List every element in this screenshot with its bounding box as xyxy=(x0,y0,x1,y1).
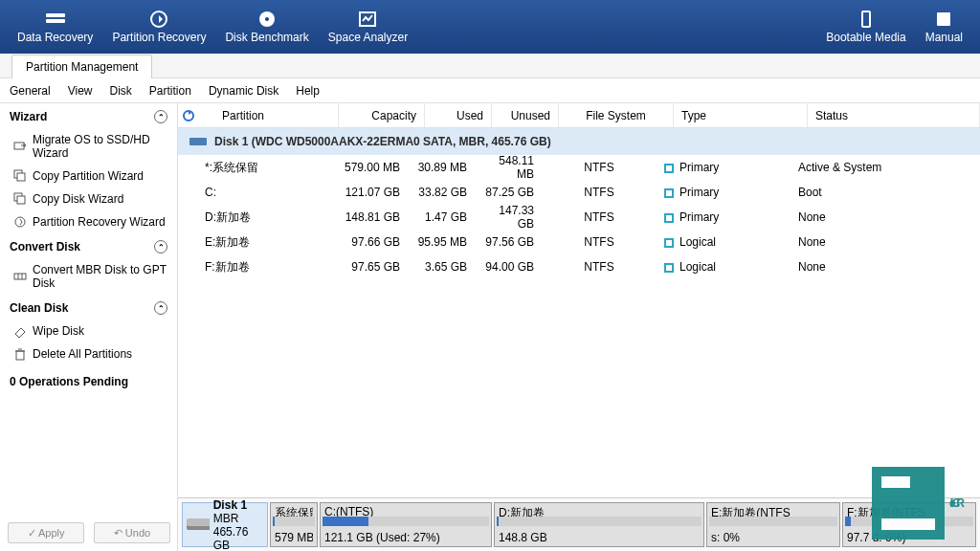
refresh-icon[interactable] xyxy=(182,109,195,122)
toolbar-manual[interactable]: Manual xyxy=(916,6,972,48)
menu-general[interactable]: General xyxy=(10,84,51,98)
cell-fs: NTFS xyxy=(542,235,657,249)
migrate-icon xyxy=(13,140,27,153)
table-row[interactable]: D:新加卷 148.81 GB 1.47 GB 147.33 GB NTFS P… xyxy=(178,205,980,230)
toolbar-partition-recovery[interactable]: Partition Recovery xyxy=(102,6,215,48)
sidebar-migrate-os[interactable]: Migrate OS to SSD/HD Wizard xyxy=(0,128,177,165)
th-file-system[interactable]: File System xyxy=(559,103,674,127)
cell-partition: D:新加卷 xyxy=(178,209,322,226)
disk-header-row[interactable]: Disk 1 (WDC WD5000AAKX-22ERMA0 SATA, MBR… xyxy=(178,128,980,155)
chevron-up-icon: ⌃ xyxy=(154,301,167,315)
cell-partition: E:新加卷 xyxy=(178,234,322,251)
menu-view[interactable]: View xyxy=(68,84,93,98)
cell-status: Active & System xyxy=(791,161,980,174)
cell-used: 30.89 MB xyxy=(408,161,475,174)
disk-map-partition[interactable]: F:新加卷(NTFS 97.7 d: 0%) xyxy=(842,502,976,547)
th-type[interactable]: Type xyxy=(674,103,808,127)
svg-point-13 xyxy=(15,217,25,227)
th-capacity[interactable]: Capacity xyxy=(339,103,425,127)
th-used[interactable]: Used xyxy=(425,103,492,127)
cell-unused: 548.11 MB xyxy=(475,154,542,181)
cell-type: Logical xyxy=(657,235,791,249)
cell-partition: F:新加卷 xyxy=(178,259,322,276)
menu-dynamic-disk[interactable]: Dynamic Disk xyxy=(209,84,278,98)
cell-capacity: 97.66 GB xyxy=(322,235,408,249)
cell-fs: NTFS xyxy=(542,260,657,274)
sidebar-convert-mbr-gpt[interactable]: Convert MBR Disk to GPT Disk xyxy=(0,258,177,295)
eraser-icon xyxy=(13,324,27,338)
th-status[interactable]: Status xyxy=(808,103,980,127)
cell-fs: NTFS xyxy=(542,210,657,224)
cell-status: None xyxy=(791,235,980,249)
top-toolbar: Data Recovery Partition Recovery Disk Be… xyxy=(0,0,980,54)
chevron-up-icon: ⌃ xyxy=(154,110,167,123)
disk-map-partition[interactable]: D:新加卷 148.8 GB xyxy=(494,502,704,547)
menu-help[interactable]: Help xyxy=(296,84,320,98)
cell-fs: NTFS xyxy=(542,186,657,199)
cell-unused: 97.56 GB xyxy=(475,235,542,249)
svg-point-4 xyxy=(265,17,269,21)
hdd-icon xyxy=(189,136,207,147)
cell-capacity: 97.65 GB xyxy=(322,260,408,274)
hdd-icon xyxy=(187,517,210,534)
cell-fs: NTFS xyxy=(542,161,657,174)
copy-disk-icon xyxy=(13,192,27,206)
table-row[interactable]: C: 121.07 GB 33.82 GB 87.25 GB NTFS Prim… xyxy=(178,180,980,205)
toolbar-bootable-media[interactable]: Bootable Media xyxy=(816,6,915,48)
cell-type: Primary xyxy=(657,210,791,224)
sidebar-partition-recovery[interactable]: Partition Recovery Wizard xyxy=(0,210,177,233)
cell-unused: 87.25 GB xyxy=(475,186,542,199)
cell-unused: 94.00 GB xyxy=(475,260,542,274)
svg-rect-6 xyxy=(862,11,870,27)
sidebar-section-clean[interactable]: Clean Disk ⌃ xyxy=(0,295,177,320)
trash-icon xyxy=(13,347,27,361)
cell-type: Primary xyxy=(657,161,791,174)
sidebar-section-convert[interactable]: Convert Disk ⌃ xyxy=(0,233,177,258)
toolbar-disk-benchmark[interactable]: Disk Benchmark xyxy=(215,6,318,48)
sidebar-section-wizard[interactable]: Wizard ⌃ xyxy=(0,103,177,128)
menu-partition[interactable]: Partition xyxy=(149,84,191,98)
table-row[interactable]: *:系统保留 579.00 MB 30.89 MB 548.11 MB NTFS… xyxy=(178,155,980,180)
cell-partition: C: xyxy=(178,186,322,199)
cell-status: Boot xyxy=(791,186,980,199)
menu-disk[interactable]: Disk xyxy=(110,84,132,98)
sidebar-delete-all[interactable]: Delete All Partitions xyxy=(0,342,177,365)
sidebar-footer: ✓ Apply ↶ Undo xyxy=(8,522,170,543)
cell-used: 95.95 MB xyxy=(408,235,475,249)
svg-rect-15 xyxy=(16,351,24,360)
sidebar-wipe-disk[interactable]: Wipe Disk xyxy=(0,320,177,342)
disk-map-header[interactable]: Disk 1 MBR 465.76 GB xyxy=(182,502,268,547)
cell-capacity: 148.81 GB xyxy=(322,210,408,224)
disk-map-partition[interactable]: 系统保留(NTI 579 MB (Usec xyxy=(270,502,318,547)
table-row[interactable]: E:新加卷 97.66 GB 95.95 MB 97.56 GB NTFS Lo… xyxy=(178,230,980,254)
convert-icon xyxy=(13,270,27,283)
svg-rect-7 xyxy=(937,12,950,26)
th-partition[interactable]: Partition xyxy=(195,103,339,127)
chevron-up-icon: ⌃ xyxy=(154,240,167,253)
cell-used: 1.47 GB xyxy=(408,210,475,224)
content: Partition Capacity Used Unused File Syst… xyxy=(178,103,980,551)
svg-rect-1 xyxy=(46,19,65,23)
svg-rect-10 xyxy=(17,173,25,181)
cell-type: Primary xyxy=(657,186,791,199)
cell-capacity: 121.07 GB xyxy=(322,186,408,199)
cell-used: 3.65 GB xyxy=(408,260,475,274)
cell-status: None xyxy=(791,210,980,224)
cell-partition: *:系统保留 xyxy=(178,160,322,176)
table-row[interactable]: F:新加卷 97.65 GB 3.65 GB 94.00 GB NTFS Log… xyxy=(178,254,980,279)
menu-bar: General View Disk Partition Dynamic Disk… xyxy=(0,78,980,103)
operations-pending: 0 Operations Pending xyxy=(0,365,177,398)
undo-button[interactable]: ↶ Undo xyxy=(94,522,170,543)
th-unused[interactable]: Unused xyxy=(492,103,559,127)
toolbar-data-recovery[interactable]: Data Recovery xyxy=(8,6,102,48)
cell-used: 33.82 GB xyxy=(408,186,475,199)
apply-button[interactable]: ✓ Apply xyxy=(8,522,84,543)
tab-partition-management[interactable]: Partition Management xyxy=(11,55,152,78)
disk-map-partition[interactable]: C:(NTFS) 121.1 GB (Used: 27%) xyxy=(320,502,492,547)
disk-map-partition[interactable]: E:新加卷(NTFS s: 0% xyxy=(706,502,840,547)
toolbar-space-analyzer[interactable]: Space Analyzer xyxy=(319,6,417,48)
sidebar-copy-disk[interactable]: Copy Disk Wizard xyxy=(0,187,177,210)
copy-icon xyxy=(13,169,27,183)
sidebar-copy-partition[interactable]: Copy Partition Wizard xyxy=(0,165,177,187)
svg-rect-17 xyxy=(189,138,207,145)
